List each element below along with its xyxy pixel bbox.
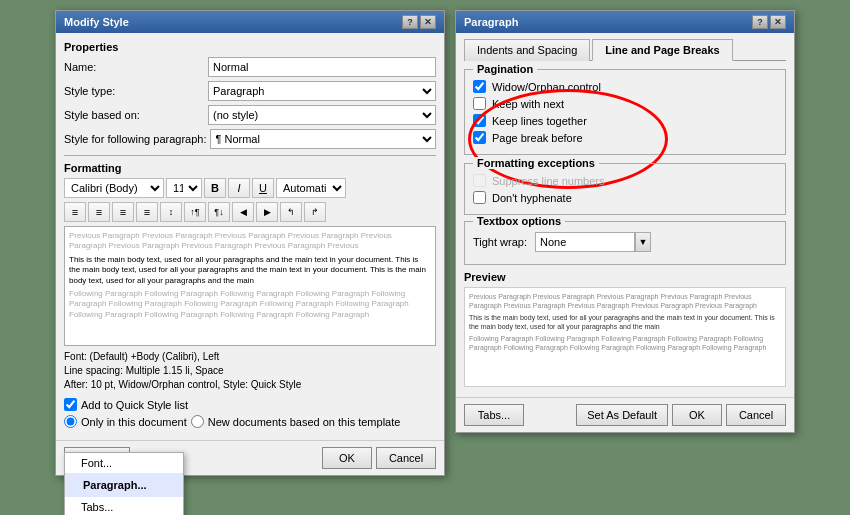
add-quick-style-checkbox[interactable] (64, 398, 77, 411)
keep-lines-together-checkbox[interactable] (473, 114, 486, 127)
style-based-row: Style based on: (no style) (64, 105, 436, 125)
space-after-btn[interactable]: ¶↓ (208, 202, 230, 222)
preview-section: Preview Previous Paragraph Previous Para… (464, 271, 786, 387)
style-based-select[interactable]: (no style) (208, 105, 436, 125)
set-as-default-button[interactable]: Set As Default (576, 404, 668, 426)
preview-gray-after: Following Paragraph Following Paragraph … (69, 289, 431, 320)
preview-main-text: This is the main body text, used for all… (69, 255, 431, 286)
space-before-btn[interactable]: ↑¶ (184, 202, 206, 222)
italic-button[interactable]: I (228, 178, 250, 198)
underline-button[interactable]: U (252, 178, 274, 198)
para-footer: Tabs... Set As Default OK Cancel (456, 397, 794, 432)
only-document-radio[interactable] (64, 415, 77, 428)
paragraph-title: Paragraph (464, 16, 518, 28)
pagination-label: Pagination (473, 63, 537, 75)
properties-label: Properties (64, 41, 436, 53)
para-ok-button[interactable]: OK (672, 404, 722, 426)
formatting-exceptions-label: Formatting exceptions (473, 157, 599, 169)
tight-wrap-value: None (535, 232, 635, 252)
para-preview-box: Previous Paragraph Previous Paragraph Pr… (464, 287, 786, 387)
align-right-button[interactable]: ≡ (112, 202, 134, 222)
add-quick-style-label: Add to Quick Style list (81, 399, 188, 411)
suppress-checkbox[interactable] (473, 174, 486, 187)
tab-line-page-breaks[interactable]: Line and Page Breaks (592, 39, 732, 61)
widow-orphan-label: Widow/Orphan control (492, 81, 601, 93)
style-following-select[interactable]: ¶ Normal (210, 129, 436, 149)
para-cancel-button[interactable]: Cancel (726, 404, 786, 426)
cancel-button[interactable]: Cancel (376, 447, 436, 469)
page-break-before-label: Page break before (492, 132, 583, 144)
name-label: Name: (64, 61, 204, 73)
style-following-label: Style for following paragraph: (64, 133, 206, 145)
suppress-row: Suppress line numbers (473, 174, 777, 187)
keep-with-next-label: Keep with next (492, 98, 564, 110)
paragraph-tabs: Indents and Spacing Line and Page Breaks (464, 39, 786, 61)
para-preview-main: This is the main body text, used for all… (469, 313, 781, 331)
line-spacing-btn[interactable]: ↕ (160, 202, 182, 222)
font-name-select[interactable]: Calibri (Body) (64, 178, 164, 198)
style-preview: Previous Paragraph Previous Paragraph Pr… (64, 226, 436, 346)
context-menu-font[interactable]: Font... (65, 453, 183, 473)
bold-button[interactable]: B (204, 178, 226, 198)
modify-style-title: Modify Style (64, 16, 129, 28)
rtl-btn[interactable]: ↰ (280, 202, 302, 222)
tab-indents-spacing[interactable]: Indents and Spacing (464, 39, 590, 61)
para-close-button[interactable]: ✕ (770, 15, 786, 29)
footer-right: OK Cancel (322, 447, 436, 469)
font-size-select[interactable]: 11 (166, 178, 202, 198)
align-justify-button[interactable]: ≡ (136, 202, 158, 222)
paragraph-titlebar: Paragraph ? ✕ (456, 11, 794, 33)
ok-button[interactable]: OK (322, 447, 372, 469)
close-button[interactable]: ✕ (420, 15, 436, 29)
para-preview-gray-before: Previous Paragraph Previous Paragraph Pr… (469, 292, 781, 310)
scope-row: Only in this document New documents base… (64, 415, 436, 428)
widow-orphan-checkbox[interactable] (473, 80, 486, 93)
format-toolbar: Calibri (Body) 11 B I U Automatic (64, 178, 436, 198)
new-documents-radio[interactable] (191, 415, 204, 428)
dont-hyphenate-checkbox[interactable] (473, 191, 486, 204)
help-button[interactable]: ? (402, 15, 418, 29)
ltr-btn[interactable]: ↱ (304, 202, 326, 222)
tight-wrap-label: Tight wrap: (473, 236, 527, 248)
add-quick-style-row: Add to Quick Style list (64, 398, 436, 411)
align-toolbar: ≡ ≡ ≡ ≡ ↕ ↑¶ ¶↓ ◀ ▶ ↰ ↱ (64, 202, 436, 222)
tight-wrap-dropdown-btn[interactable]: ▼ (635, 232, 651, 252)
style-based-label: Style based on: (64, 109, 204, 121)
style-type-select[interactable]: Paragraph (208, 81, 436, 101)
dont-hyphenate-label: Don't hyphenate (492, 192, 572, 204)
new-documents-label: New documents based on this template (208, 416, 401, 428)
context-menu-paragraph[interactable]: Paragraph... (65, 473, 183, 497)
color-select[interactable]: Automatic (276, 178, 346, 198)
formatting-exceptions-section: Formatting exceptions Suppress line numb… (464, 163, 786, 215)
modify-style-dialog: Modify Style ? ✕ Properties Name: Style … (55, 10, 445, 476)
context-menu-tabs[interactable]: Tabs... (65, 497, 183, 515)
textbox-options-section: Textbox options Tight wrap: None ▼ (464, 221, 786, 265)
pagination-section: Pagination Widow/Orphan control Keep wit… (464, 69, 786, 155)
style-following-select-wrapper: ¶ Normal (210, 129, 436, 149)
modify-style-titlebar: Modify Style ? ✕ (56, 11, 444, 33)
align-center-button[interactable]: ≡ (88, 202, 110, 222)
tight-wrap-row: Tight wrap: None ▼ (473, 232, 777, 252)
name-input[interactable] (208, 57, 436, 77)
style-type-row: Style type: Paragraph (64, 81, 436, 101)
dont-hyphenate-row: Don't hyphenate (473, 191, 777, 204)
style-type-label: Style type: (64, 85, 204, 97)
page-break-before-checkbox[interactable] (473, 131, 486, 144)
tabs-button[interactable]: Tabs... (464, 404, 524, 426)
page-break-before-row: Page break before (473, 131, 777, 144)
keep-with-next-checkbox[interactable] (473, 97, 486, 110)
keep-lines-together-label: Keep lines together (492, 115, 587, 127)
name-row: Name: (64, 57, 436, 77)
para-help-button[interactable]: ? (752, 15, 768, 29)
preview-gray-before: Previous Paragraph Previous Paragraph Pr… (69, 231, 431, 252)
suppress-label: Suppress line numbers (492, 175, 605, 187)
indent-increase-btn[interactable]: ▶ (256, 202, 278, 222)
para-preview-gray-after: Following Paragraph Following Paragraph … (469, 334, 781, 352)
widow-orphan-row: Widow/Orphan control (473, 80, 777, 93)
keep-lines-together-row: Keep lines together (473, 114, 777, 127)
formatting-label: Formatting (64, 162, 436, 174)
style-following-row: Style for following paragraph: ¶ Normal (64, 129, 436, 149)
textbox-options-label: Textbox options (473, 215, 565, 227)
align-left-button[interactable]: ≡ (64, 202, 86, 222)
indent-decrease-btn[interactable]: ◀ (232, 202, 254, 222)
